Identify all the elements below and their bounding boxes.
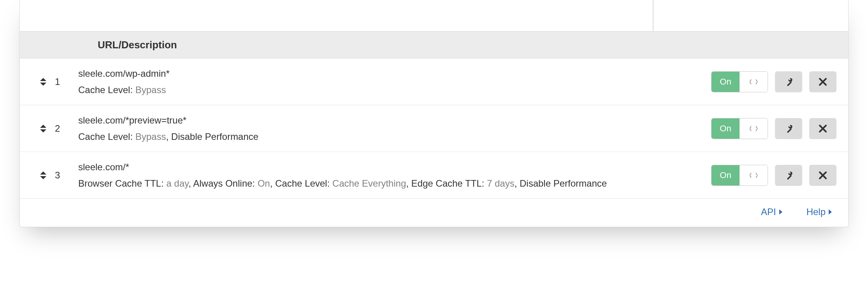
setting-label: Always Online	[193, 178, 252, 189]
header-title: URL/Description	[98, 39, 177, 51]
rule-settings: Browser Cache TTL: a day, Always Online:…	[78, 177, 699, 191]
chevron-right-icon	[828, 209, 833, 215]
close-icon	[818, 124, 828, 133]
rule-url: sleele.com/*preview=true*	[78, 113, 699, 127]
setting-value: On	[258, 178, 270, 189]
setting-value: Cache Everything	[332, 178, 406, 189]
delete-button[interactable]	[809, 118, 836, 139]
rule-index: 2	[55, 123, 78, 134]
edit-button[interactable]	[775, 165, 802, 186]
rule-settings: Cache Level: Bypass	[78, 83, 699, 97]
rule-description: sleele.com/*preview=true*Cache Level: By…	[78, 113, 711, 144]
page-rules-panel: URL/Description 1sleele.com/wp-admin*Cac…	[19, 0, 849, 227]
rule-row: 2sleele.com/*preview=true*Cache Level: B…	[20, 105, 848, 152]
setting-value: Disable Performance	[171, 131, 258, 142]
setting-label: Browser Cache TTL	[78, 178, 161, 189]
panel-top-blank	[20, 0, 848, 31]
toggle-on-label: On	[712, 72, 740, 92]
help-link-label: Help	[807, 207, 826, 217]
toggle-knob-icon	[740, 72, 768, 92]
rule-index: 3	[55, 170, 78, 181]
rule-url: sleele.com/wp-admin*	[78, 67, 699, 81]
edit-button[interactable]	[775, 118, 802, 139]
setting-value: Bypass	[135, 131, 166, 142]
api-link-label: API	[761, 207, 776, 217]
wrench-icon	[784, 171, 793, 180]
rule-toggle[interactable]: On	[711, 118, 768, 139]
delete-button[interactable]	[809, 165, 836, 186]
rule-description: sleele.com/*Browser Cache TTL: a day, Al…	[78, 160, 711, 191]
panel-footer: API Help	[20, 199, 848, 227]
rule-url: sleele.com/*	[78, 160, 699, 174]
help-link[interactable]: Help	[807, 207, 833, 217]
toggle-knob-icon	[740, 118, 768, 139]
rule-toggle[interactable]: On	[711, 165, 768, 186]
wrench-icon	[784, 124, 793, 133]
close-icon	[818, 77, 828, 86]
delete-button[interactable]	[809, 71, 836, 92]
setting-value: Bypass	[135, 85, 166, 95]
rule-description: sleele.com/wp-admin*Cache Level: Bypass	[78, 67, 711, 97]
api-link[interactable]: API	[761, 207, 783, 217]
drag-handle-icon[interactable]	[39, 124, 47, 133]
toggle-knob-icon	[740, 165, 768, 185]
rule-settings: Cache Level: Bypass, Disable Performance	[78, 130, 699, 144]
drag-handle-icon[interactable]	[39, 77, 47, 86]
table-header: URL/Description	[20, 31, 848, 58]
setting-label: Edge Cache TTL	[411, 178, 482, 189]
chevron-right-icon	[778, 209, 783, 215]
rule-row: 3sleele.com/*Browser Cache TTL: a day, A…	[20, 152, 848, 199]
setting-value: Disable Performance	[520, 178, 607, 189]
toggle-on-label: On	[712, 118, 740, 139]
wrench-icon	[784, 77, 793, 86]
setting-label: Cache Level	[275, 178, 327, 189]
edit-button[interactable]	[775, 71, 802, 92]
rule-index: 1	[55, 76, 78, 87]
rule-row: 1sleele.com/wp-admin*Cache Level: Bypass…	[20, 58, 848, 105]
close-icon	[818, 171, 828, 180]
setting-label: Cache Level	[78, 131, 130, 142]
setting-label: Cache Level	[78, 85, 130, 95]
toggle-on-label: On	[712, 165, 740, 185]
setting-value: a day	[166, 178, 188, 189]
rule-toggle[interactable]: On	[711, 71, 768, 92]
setting-value: 7 days	[487, 178, 515, 189]
drag-handle-icon[interactable]	[39, 171, 47, 180]
